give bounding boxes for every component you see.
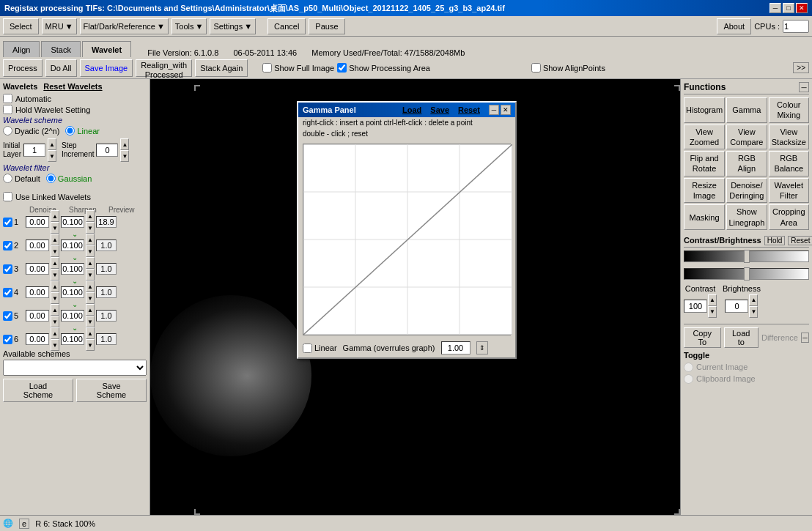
layer-4-preview[interactable] bbox=[96, 286, 117, 298]
expand-button[interactable]: >> bbox=[793, 62, 809, 73]
contrast-slider-track[interactable] bbox=[684, 250, 809, 262]
tab-stack[interactable]: Stack bbox=[41, 41, 81, 57]
restore-button[interactable]: □ bbox=[783, 3, 794, 13]
layer-2-sharpen[interactable] bbox=[61, 239, 84, 251]
initial-layer-down[interactable]: ▼ bbox=[48, 150, 56, 162]
do-all-button[interactable]: Do All bbox=[45, 59, 77, 77]
tools-dropdown[interactable]: Tools ▼ bbox=[171, 18, 207, 34]
load-to-button[interactable]: Load to bbox=[724, 327, 759, 348]
layer-2-preview[interactable] bbox=[96, 239, 117, 251]
layer-4-sharpen-down[interactable]: ▼ bbox=[86, 292, 95, 304]
gaussian-filter-radio[interactable]: Gaussian bbox=[46, 174, 92, 183]
layer-1-preview[interactable] bbox=[96, 216, 117, 228]
layer-5-denoise-up[interactable]: ▲ bbox=[51, 304, 59, 316]
view-zoomed-btn[interactable]: ViewZoomed bbox=[684, 125, 725, 150]
layer-6-denoise-up[interactable]: ▲ bbox=[51, 327, 59, 339]
layer-2-denoise-down[interactable]: ▼ bbox=[51, 245, 59, 257]
layer-4-denoise-down[interactable]: ▼ bbox=[51, 292, 59, 304]
view-stacksize-btn[interactable]: ViewStacksize bbox=[769, 125, 809, 150]
layer-2-sharpen-down[interactable]: ▼ bbox=[86, 245, 95, 257]
reset-wavelets-link[interactable]: Reset Wavelets bbox=[43, 82, 102, 91]
minimize-button[interactable]: ─ bbox=[769, 3, 781, 13]
show-align-points-checkbox[interactable]: Show AlignPoints bbox=[531, 63, 605, 73]
layer-3-sharpen-down[interactable]: ▼ bbox=[86, 269, 95, 281]
layer-6-sharpen-down[interactable]: ▼ bbox=[86, 339, 95, 351]
initial-layer-input[interactable] bbox=[23, 144, 45, 157]
select-button[interactable]: Select bbox=[3, 18, 39, 34]
step-increment-input[interactable] bbox=[96, 144, 118, 157]
brightness-up[interactable]: ▲ bbox=[749, 294, 758, 306]
layer-6-denoise[interactable] bbox=[26, 333, 49, 345]
tab-align[interactable]: Align bbox=[3, 41, 40, 57]
copy-to-button[interactable]: Copy To bbox=[684, 327, 721, 348]
cpu-input[interactable] bbox=[783, 20, 809, 33]
brightness-down[interactable]: ▼ bbox=[749, 306, 758, 318]
layer-1-denoise-up[interactable]: ▲ bbox=[51, 210, 59, 222]
default-filter-radio[interactable]: Default bbox=[3, 174, 40, 183]
show-processing-area-checkbox[interactable]: Show Processing Area bbox=[337, 63, 430, 73]
settings-dropdown[interactable]: Settings ▼ bbox=[210, 18, 256, 34]
layer-3-checkbox[interactable] bbox=[3, 264, 12, 274]
reset-contrast-button[interactable]: Reset bbox=[788, 236, 812, 245]
layer-4-sharpen[interactable] bbox=[61, 286, 84, 298]
layer-6-sharpen[interactable] bbox=[61, 333, 84, 345]
layer-2-denoise[interactable] bbox=[26, 239, 49, 251]
step-increment-down[interactable]: ▼ bbox=[120, 150, 129, 162]
gamma-value-input[interactable] bbox=[441, 341, 470, 354]
layer-5-preview[interactable] bbox=[96, 310, 117, 322]
wavelet-filter-btn[interactable]: WaveletFilter bbox=[769, 178, 809, 204]
pause-button[interactable]: Pause bbox=[309, 18, 344, 34]
layer-4-checkbox[interactable] bbox=[3, 288, 12, 297]
initial-layer-up[interactable]: ▲ bbox=[48, 138, 56, 150]
automatic-checkbox[interactable]: Automatic bbox=[3, 94, 147, 103]
layer-5-sharpen-up[interactable]: ▲ bbox=[86, 304, 95, 316]
copy-minimize-button[interactable]: ─ bbox=[801, 333, 809, 343]
layer-3-denoise-down[interactable]: ▼ bbox=[51, 269, 59, 281]
save-scheme-button[interactable]: SaveScheme bbox=[76, 379, 147, 402]
linear-checkbox[interactable]: Linear bbox=[303, 344, 337, 353]
contrast-up[interactable]: ▲ bbox=[708, 294, 717, 306]
layer-1-sharpen-up[interactable]: ▲ bbox=[86, 210, 95, 222]
histogram-btn[interactable]: Histogram bbox=[684, 97, 725, 123]
process-button[interactable]: Process bbox=[3, 59, 43, 77]
gamma-minimize-button[interactable]: ─ bbox=[489, 105, 499, 115]
layer-1-checkbox[interactable] bbox=[3, 218, 12, 227]
layer-3-sharpen[interactable] bbox=[61, 263, 84, 275]
dyadic-radio[interactable]: Dyadic (2^n) bbox=[3, 126, 59, 135]
layer-3-denoise[interactable] bbox=[26, 263, 49, 275]
gamma-close-button[interactable]: ✕ bbox=[501, 105, 511, 115]
hold-wavelet-checkbox[interactable]: Hold Wavelet Setting bbox=[3, 105, 147, 114]
use-linked-checkbox[interactable]: Use Linked Wavelets bbox=[3, 192, 147, 201]
show-full-image-checkbox[interactable]: Show Full Image bbox=[262, 63, 334, 73]
step-increment-up[interactable]: ▲ bbox=[120, 138, 129, 150]
layer-1-sharpen[interactable] bbox=[61, 216, 84, 228]
flip-rotate-btn[interactable]: Flip andRotate bbox=[684, 151, 725, 177]
cancel-button[interactable]: Cancel bbox=[267, 18, 306, 34]
layer-2-denoise-up[interactable]: ▲ bbox=[51, 234, 59, 245]
current-image-radio[interactable]: Current Image bbox=[684, 363, 809, 372]
contrast-value-input[interactable] bbox=[684, 300, 707, 313]
brightness-slider-thumb[interactable] bbox=[744, 267, 750, 281]
gamma-reset-link[interactable]: Reset bbox=[458, 105, 480, 114]
stack-again-button[interactable]: Stack Again bbox=[195, 59, 248, 77]
clipboard-image-radio[interactable]: Clipboard Image bbox=[684, 374, 809, 384]
layer-6-sharpen-up[interactable]: ▲ bbox=[86, 327, 95, 339]
mru-dropdown[interactable]: MRU ▼ bbox=[42, 18, 77, 34]
layer-5-denoise[interactable] bbox=[26, 310, 49, 322]
about-button[interactable]: About bbox=[717, 18, 751, 34]
contrast-down[interactable]: ▼ bbox=[708, 306, 717, 318]
layer-2-sharpen-up[interactable]: ▲ bbox=[86, 234, 95, 245]
gamma-btn[interactable]: Gamma bbox=[726, 97, 767, 123]
layer-1-sharpen-down[interactable]: ▼ bbox=[86, 222, 95, 234]
functions-minimize-button[interactable]: ─ bbox=[799, 82, 809, 92]
save-image-button[interactable]: Save Image bbox=[80, 59, 133, 77]
layer-1-denoise-down[interactable]: ▼ bbox=[51, 222, 59, 234]
realign-button[interactable]: Realign_withProcessed bbox=[136, 59, 192, 77]
layer-2-checkbox[interactable] bbox=[3, 241, 12, 250]
cropping-area-btn[interactable]: CroppingArea bbox=[769, 204, 809, 230]
hold-button[interactable]: Hold bbox=[764, 236, 786, 245]
close-button[interactable]: ✕ bbox=[796, 3, 808, 13]
contrast-slider-thumb[interactable] bbox=[744, 250, 750, 263]
gamma-save-link[interactable]: Save bbox=[430, 105, 449, 114]
layer-5-denoise-down[interactable]: ▼ bbox=[51, 316, 59, 327]
